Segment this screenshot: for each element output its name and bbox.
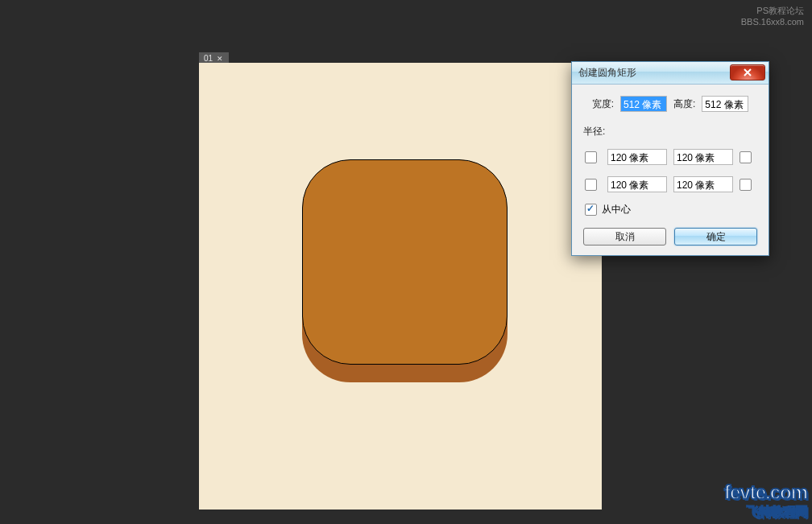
cancel-button[interactable]: 取消: [583, 228, 666, 245]
height-input[interactable]: 512 像素: [702, 96, 748, 112]
radius-grid: 120 像素 120 像素 120 像素 120 像素: [583, 146, 757, 195]
link-top-right-checkbox[interactable]: [740, 151, 752, 163]
rounded-rect-shape[interactable]: [302, 159, 508, 365]
dialog-body: 宽度: 512 像素 高度: 512 像素 半径: 120 像素 120 像素 …: [572, 85, 768, 255]
link-bottom-left-checkbox[interactable]: [585, 179, 597, 191]
dialog-close-button[interactable]: [730, 64, 765, 80]
from-center-label: 从中心: [602, 203, 631, 217]
height-label: 高度:: [673, 97, 695, 111]
brand-text-cn: 飞特教程网: [724, 504, 807, 521]
link-top-left-checkbox[interactable]: [585, 151, 597, 163]
dialog-title: 创建圆角矩形: [578, 66, 636, 80]
brand-logo: fevte.com 飞特教程网: [724, 481, 807, 521]
watermark-top-line1: PS教程论坛: [741, 5, 804, 16]
canvas[interactable]: [199, 63, 602, 510]
dialog-buttons: 取消 确定: [583, 228, 757, 245]
width-label: 宽度:: [592, 97, 614, 111]
radius-label: 半径:: [583, 125, 757, 138]
radius-top-left-input[interactable]: 120 像素: [607, 149, 667, 165]
radius-bottom-left-input[interactable]: 120 像素: [607, 176, 667, 192]
brand-text: fevte.com: [724, 481, 807, 503]
radius-bottom-right-input[interactable]: 120 像素: [673, 176, 733, 192]
close-icon[interactable]: ✕: [216, 55, 224, 63]
ok-button[interactable]: 确定: [674, 228, 757, 245]
watermark-bottom: fevte.com 飞特教程网: [724, 481, 807, 521]
document-tab-label: 01: [204, 54, 213, 63]
from-center-row: 从中心: [585, 203, 757, 217]
link-bottom-right-checkbox[interactable]: [740, 179, 752, 191]
size-row: 宽度: 512 像素 高度: 512 像素: [583, 96, 757, 112]
dialog-titlebar[interactable]: 创建圆角矩形: [572, 62, 768, 85]
watermark-top-line2: BBS.16xx8.com: [741, 16, 804, 27]
radius-top-right-input[interactable]: 120 像素: [673, 149, 733, 165]
watermark-top: PS教程论坛 BBS.16xx8.com: [741, 5, 804, 27]
create-rounded-rect-dialog: 创建圆角矩形 宽度: 512 像素 高度: 512 像素 半径: 120 像素 …: [571, 61, 769, 256]
close-icon: [743, 68, 752, 76]
width-input[interactable]: 512 像素: [620, 96, 667, 112]
from-center-checkbox[interactable]: [585, 204, 597, 216]
